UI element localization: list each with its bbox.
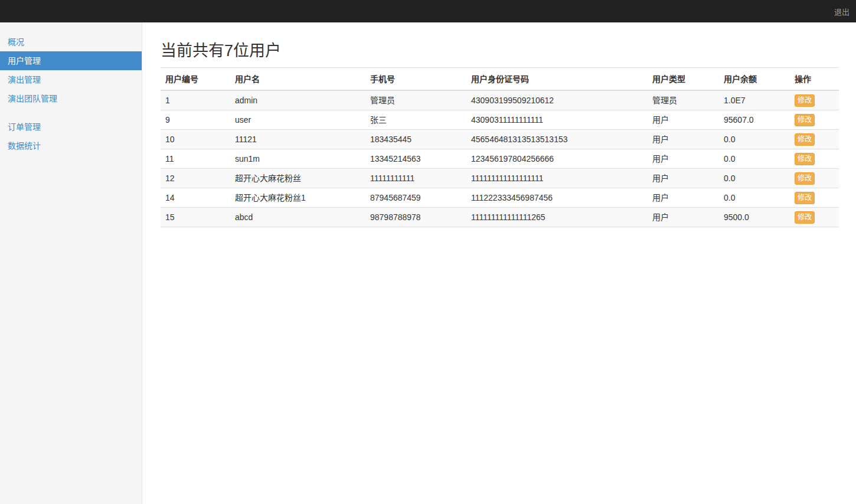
modify-button[interactable]: 修改 — [795, 114, 815, 126]
cell-id: 9 — [161, 110, 230, 130]
cell-username: 超开心大麻花粉丝1 — [230, 188, 365, 208]
cell-user-type: 用户 — [648, 208, 719, 227]
cell-id-card: 111222333456987456 — [466, 188, 648, 208]
cell-user-type: 用户 — [648, 110, 719, 130]
cell-id-card: 123456197804256666 — [466, 149, 648, 169]
cell-balance: 0.0 — [719, 169, 790, 188]
cell-phone: 管理员 — [365, 90, 466, 110]
cell-id: 15 — [161, 208, 230, 227]
table-row: 1admin管理员430903199509210612管理员1.0E7修改 — [161, 90, 839, 110]
column-header: 用户编号 — [161, 68, 230, 91]
cell-balance: 0.0 — [719, 188, 790, 208]
cell-phone: 183435445 — [365, 130, 466, 149]
cell-phone: 张三 — [365, 110, 466, 130]
cell-username: abcd — [230, 208, 365, 227]
cell-user-type: 管理员 — [648, 90, 719, 110]
cell-phone: 11111111111 — [365, 169, 466, 188]
cell-username: 11121 — [230, 130, 365, 149]
sidebar-nav-group-main: 概况 用户管理 演出管理 演出团队管理 — [0, 32, 142, 108]
cell-id: 11 — [161, 149, 230, 169]
sidebar-nav-group-secondary: 订单管理 数据统计 — [0, 117, 142, 155]
modify-button[interactable]: 修改 — [795, 133, 815, 146]
cell-user-type: 用户 — [648, 149, 719, 169]
logout-link[interactable]: 退出 — [834, 6, 850, 17]
table-row: 11sun1m13345214563123456197804256666用户0.… — [161, 149, 839, 169]
cell-username: admin — [230, 90, 365, 110]
cell-id-card: 111111111111111265 — [466, 208, 648, 227]
cell-actions: 修改 — [790, 188, 839, 208]
sidebar-item-show-team-management[interactable]: 演出团队管理 — [0, 89, 142, 108]
cell-user-type: 用户 — [648, 130, 719, 149]
sidebar-item-show-management[interactable]: 演出管理 — [0, 70, 142, 89]
user-table-body: 1admin管理员430903199509210612管理员1.0E7修改9us… — [161, 90, 839, 227]
table-row: 1011121183435445456546481313513513153用户0… — [161, 130, 839, 149]
column-header: 手机号 — [365, 68, 466, 91]
table-row: 9user张三43090311111111111用户95607.0修改 — [161, 110, 839, 130]
modify-button[interactable]: 修改 — [795, 94, 815, 107]
cell-id-card: 430903199509210612 — [466, 90, 648, 110]
cell-id: 12 — [161, 169, 230, 188]
cell-phone: 87945687459 — [365, 188, 466, 208]
cell-actions: 修改 — [790, 208, 839, 227]
table-row: 14超开心大麻花粉丝187945687459111222333456987456… — [161, 188, 839, 208]
user-table: 用户编号用户名手机号用户身份证号码用户类型用户余额操作 1admin管理员430… — [161, 67, 839, 227]
modify-button[interactable]: 修改 — [795, 192, 815, 204]
cell-balance: 0.0 — [719, 130, 790, 149]
modify-button[interactable]: 修改 — [795, 172, 815, 185]
page-title: 当前共有7位用户 — [161, 40, 839, 61]
cell-balance: 0.0 — [719, 149, 790, 169]
column-header: 用户身份证号码 — [466, 68, 648, 91]
sidebar: 概况 用户管理 演出管理 演出团队管理 订单管理 数据统计 — [0, 22, 142, 504]
cell-id: 1 — [161, 90, 230, 110]
page-layout: 概况 用户管理 演出管理 演出团队管理 订单管理 数据统计 当前共有7位用户 用… — [0, 22, 856, 504]
cell-actions: 修改 — [790, 110, 839, 130]
sidebar-item-order-management[interactable]: 订单管理 — [0, 117, 142, 136]
modify-button[interactable]: 修改 — [795, 211, 815, 224]
cell-actions: 修改 — [790, 90, 839, 110]
top-navbar: 退出 — [0, 0, 856, 22]
column-header: 用户类型 — [648, 68, 719, 91]
modify-button[interactable]: 修改 — [795, 153, 815, 165]
sidebar-item-overview[interactable]: 概况 — [0, 32, 142, 51]
cell-id-card: 43090311111111111 — [466, 110, 648, 130]
cell-id: 14 — [161, 188, 230, 208]
cell-username: user — [230, 110, 365, 130]
column-header: 用户名 — [230, 68, 365, 91]
sidebar-item-user-management[interactable]: 用户管理 — [0, 51, 142, 70]
cell-username: 超开心大麻花粉丝 — [230, 169, 365, 188]
cell-phone: 13345214563 — [365, 149, 466, 169]
cell-user-type: 用户 — [648, 188, 719, 208]
cell-balance: 1.0E7 — [719, 90, 790, 110]
main-content: 当前共有7位用户 用户编号用户名手机号用户身份证号码用户类型用户余额操作 1ad… — [142, 22, 856, 504]
table-row: 12超开心大麻花粉丝11111111111111111111111111111用… — [161, 169, 839, 188]
cell-actions: 修改 — [790, 169, 839, 188]
column-header: 用户余额 — [719, 68, 790, 91]
cell-user-type: 用户 — [648, 169, 719, 188]
cell-username: sun1m — [230, 149, 365, 169]
cell-actions: 修改 — [790, 149, 839, 169]
cell-id: 10 — [161, 130, 230, 149]
cell-balance: 95607.0 — [719, 110, 790, 130]
table-header-row: 用户编号用户名手机号用户身份证号码用户类型用户余额操作 — [161, 68, 839, 91]
column-header: 操作 — [790, 68, 839, 91]
cell-balance: 9500.0 — [719, 208, 790, 227]
sidebar-item-data-statistics[interactable]: 数据统计 — [0, 136, 142, 155]
cell-actions: 修改 — [790, 130, 839, 149]
cell-id-card: 456546481313513513153 — [466, 130, 648, 149]
cell-id-card: 111111111111111111 — [466, 169, 648, 188]
cell-phone: 98798788978 — [365, 208, 466, 227]
table-row: 15abcd98798788978111111111111111265用户950… — [161, 208, 839, 227]
